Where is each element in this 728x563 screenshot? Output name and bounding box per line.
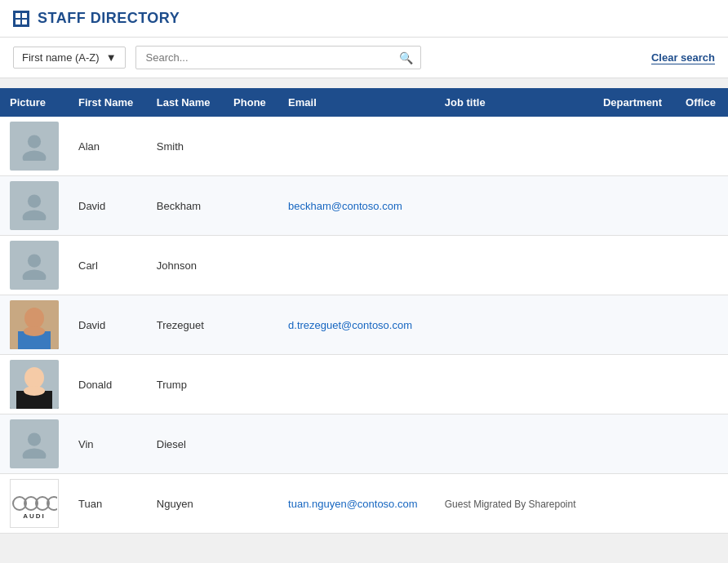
sort-label: First name (A-Z) xyxy=(22,51,100,64)
svg-point-15 xyxy=(24,367,44,388)
cell-department xyxy=(593,355,676,414)
cell-job-title xyxy=(435,295,593,355)
svg-point-8 xyxy=(28,255,41,268)
cell-phone xyxy=(224,474,278,534)
svg-point-9 xyxy=(23,269,47,280)
col-email: Email xyxy=(278,88,435,117)
cell-picture xyxy=(0,355,69,414)
svg-point-13 xyxy=(24,326,45,336)
email-link[interactable]: beckham@contoso.com xyxy=(288,200,402,212)
table-header: Picture First Name Last Name Phone Email… xyxy=(0,88,728,117)
table-row: AUDI Tuan Nguyen tuan.nguyen@contoso.com… xyxy=(0,474,728,534)
cell-first-name: Carl xyxy=(69,236,147,295)
clear-search-button[interactable]: Clear search xyxy=(651,51,715,64)
app-title: STAFF DIRECTORY xyxy=(38,10,180,27)
app-container: STAFF DIRECTORY First name (A-Z) ▼ 🔍 Cle… xyxy=(0,0,728,563)
app-header: STAFF DIRECTORY xyxy=(0,0,728,38)
cell-office xyxy=(676,474,728,534)
svg-rect-3 xyxy=(22,20,27,24)
cell-last-name: Diesel xyxy=(147,414,224,474)
cell-phone xyxy=(224,414,278,474)
chevron-down-icon: ▼ xyxy=(106,51,117,64)
cell-email: beckham@contoso.com xyxy=(278,176,435,236)
cell-last-name: Trezeguet xyxy=(147,295,224,355)
avatar-photo-trezeguet xyxy=(10,300,59,349)
col-job-title: Job title xyxy=(435,88,593,117)
svg-point-18 xyxy=(28,433,41,446)
search-input[interactable] xyxy=(135,46,421,69)
col-phone: Phone xyxy=(224,88,278,117)
cell-office xyxy=(676,414,728,474)
cell-job-title: Guest Migrated By Sharepoint xyxy=(435,474,593,534)
cell-first-name: Vin xyxy=(69,414,147,474)
table-row: David Trezeguet d.trezeguet@contoso.com xyxy=(0,295,728,355)
cell-email: tuan.nguyen@contoso.com xyxy=(278,474,435,534)
cell-phone xyxy=(224,236,278,295)
cell-office xyxy=(676,176,728,236)
cell-email xyxy=(278,355,435,414)
avatar-placeholder xyxy=(10,419,59,468)
table-body: Alan Smith David Beckham beckham@contoso… xyxy=(0,117,728,534)
avatar-placeholder xyxy=(10,122,59,171)
col-last-name: Last Name xyxy=(147,88,224,117)
toolbar: First name (A-Z) ▼ 🔍 Clear search xyxy=(0,38,728,78)
search-container: 🔍 xyxy=(135,46,421,69)
cell-first-name: Alan xyxy=(69,117,147,176)
cell-picture: AUDI xyxy=(0,474,69,534)
cell-phone xyxy=(224,295,278,355)
table-row: Alan Smith xyxy=(0,117,728,176)
col-department: Department xyxy=(593,88,676,117)
svg-point-11 xyxy=(24,308,44,329)
cell-picture xyxy=(0,117,69,176)
col-office: Office xyxy=(676,88,728,117)
col-picture: Picture xyxy=(0,88,69,117)
cell-job-title xyxy=(435,414,593,474)
avatar-photo-trump xyxy=(10,360,59,409)
cell-email xyxy=(278,236,435,295)
cell-picture xyxy=(0,236,69,295)
cell-picture xyxy=(0,295,69,355)
staff-table: Picture First Name Last Name Phone Email… xyxy=(0,88,728,534)
cell-first-name: David xyxy=(69,176,147,236)
svg-point-19 xyxy=(23,448,47,459)
cell-office xyxy=(676,355,728,414)
svg-rect-2 xyxy=(16,20,20,24)
cell-phone xyxy=(224,355,278,414)
cell-picture xyxy=(0,414,69,474)
avatar-placeholder xyxy=(10,181,59,230)
cell-department xyxy=(593,236,676,295)
app-icon xyxy=(13,11,29,27)
svg-point-4 xyxy=(28,135,41,149)
cell-office xyxy=(676,236,728,295)
table-row: David Beckham beckham@contoso.com xyxy=(0,176,728,236)
cell-job-title xyxy=(435,176,593,236)
cell-office xyxy=(676,117,728,176)
svg-text:AUDI: AUDI xyxy=(23,512,46,520)
cell-email: d.trezeguet@contoso.com xyxy=(278,295,435,355)
cell-first-name: David xyxy=(69,295,147,355)
sort-dropdown[interactable]: First name (A-Z) ▼ xyxy=(13,47,126,69)
table-row: Donald Trump xyxy=(0,355,728,414)
cell-last-name: Johnson xyxy=(147,236,224,295)
col-first-name: First Name xyxy=(69,88,147,117)
table-row: Vin Diesel xyxy=(0,414,728,474)
avatar-placeholder xyxy=(10,241,59,290)
svg-point-6 xyxy=(28,195,41,208)
cell-email xyxy=(278,117,435,176)
cell-department xyxy=(593,295,676,355)
cell-job-title xyxy=(435,117,593,176)
cell-department xyxy=(593,474,676,534)
table-header-row: Picture First Name Last Name Phone Email… xyxy=(0,88,728,117)
cell-job-title xyxy=(435,355,593,414)
email-link[interactable]: d.trezeguet@contoso.com xyxy=(288,319,412,331)
svg-point-17 xyxy=(24,386,45,396)
svg-point-5 xyxy=(23,150,47,161)
svg-rect-1 xyxy=(22,13,27,18)
cell-last-name: Smith xyxy=(147,117,224,176)
search-icon: 🔍 xyxy=(399,51,413,64)
cell-office xyxy=(676,295,728,355)
cell-first-name: Tuan xyxy=(69,474,147,534)
email-link[interactable]: tuan.nguyen@contoso.com xyxy=(288,498,417,510)
cell-phone xyxy=(224,176,278,236)
cell-picture xyxy=(0,176,69,236)
